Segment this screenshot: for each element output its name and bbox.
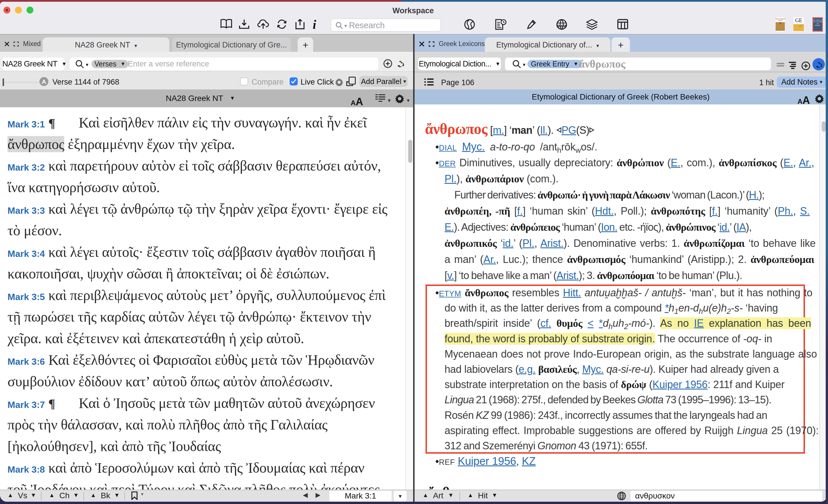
svg-text:WWW: WWW — [556, 24, 567, 28]
